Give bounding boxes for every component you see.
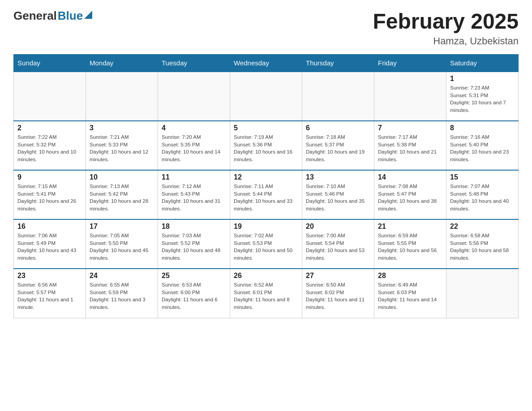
weekday-header-wednesday: Wednesday bbox=[230, 55, 302, 72]
day-number: 20 bbox=[306, 223, 370, 231]
calendar-cell: 5Sunrise: 7:19 AM Sunset: 5:36 PM Daylig… bbox=[230, 121, 302, 170]
day-number: 22 bbox=[450, 223, 515, 231]
calendar-cell: 6Sunrise: 7:18 AM Sunset: 5:37 PM Daylig… bbox=[302, 121, 374, 170]
day-number: 21 bbox=[378, 223, 442, 231]
weekday-header-monday: Monday bbox=[86, 55, 158, 72]
day-info: Sunrise: 7:16 AM Sunset: 5:40 PM Dayligh… bbox=[450, 133, 515, 163]
day-info: Sunrise: 7:07 AM Sunset: 5:48 PM Dayligh… bbox=[450, 183, 515, 213]
calendar-cell: 20Sunrise: 7:00 AM Sunset: 5:54 PM Dayli… bbox=[302, 219, 374, 269]
calendar-week-4: 16Sunrise: 7:06 AM Sunset: 5:49 PM Dayli… bbox=[14, 219, 519, 269]
day-number: 11 bbox=[162, 173, 226, 181]
day-info: Sunrise: 7:18 AM Sunset: 5:37 PM Dayligh… bbox=[306, 133, 370, 163]
calendar-cell: 14Sunrise: 7:08 AM Sunset: 5:47 PM Dayli… bbox=[374, 170, 446, 219]
calendar-cell: 22Sunrise: 6:58 AM Sunset: 5:56 PM Dayli… bbox=[446, 219, 519, 269]
calendar-cell: 19Sunrise: 7:02 AM Sunset: 5:53 PM Dayli… bbox=[230, 219, 302, 269]
calendar-week-2: 2Sunrise: 7:22 AM Sunset: 5:32 PM Daylig… bbox=[14, 121, 519, 170]
day-number: 26 bbox=[234, 272, 298, 280]
day-info: Sunrise: 6:58 AM Sunset: 5:56 PM Dayligh… bbox=[450, 232, 515, 262]
day-info: Sunrise: 7:10 AM Sunset: 5:46 PM Dayligh… bbox=[306, 183, 370, 213]
logo-blue-section: Blue bbox=[58, 9, 92, 23]
calendar-cell: 13Sunrise: 7:10 AM Sunset: 5:46 PM Dayli… bbox=[302, 170, 374, 219]
weekday-header-friday: Friday bbox=[374, 55, 446, 72]
day-info: Sunrise: 7:05 AM Sunset: 5:50 PM Dayligh… bbox=[90, 232, 154, 262]
calendar-cell: 26Sunrise: 6:52 AM Sunset: 6:01 PM Dayli… bbox=[230, 269, 302, 318]
calendar-cell: 15Sunrise: 7:07 AM Sunset: 5:48 PM Dayli… bbox=[446, 170, 519, 219]
day-info: Sunrise: 7:17 AM Sunset: 5:38 PM Dayligh… bbox=[378, 133, 442, 163]
day-info: Sunrise: 7:20 AM Sunset: 5:35 PM Dayligh… bbox=[162, 133, 226, 163]
day-info: Sunrise: 7:13 AM Sunset: 5:42 PM Dayligh… bbox=[90, 183, 154, 213]
day-info: Sunrise: 6:55 AM Sunset: 5:59 PM Dayligh… bbox=[90, 281, 154, 311]
calendar-cell: 10Sunrise: 7:13 AM Sunset: 5:42 PM Dayli… bbox=[86, 170, 158, 219]
day-number: 23 bbox=[17, 272, 82, 280]
title-section: February 2025 Hamza, Uzbekistan bbox=[373, 9, 519, 47]
day-number: 5 bbox=[234, 124, 298, 132]
day-number: 10 bbox=[90, 173, 154, 181]
weekday-header-sunday: Sunday bbox=[14, 55, 86, 72]
day-info: Sunrise: 7:06 AM Sunset: 5:49 PM Dayligh… bbox=[17, 232, 82, 262]
day-number: 8 bbox=[450, 124, 515, 132]
logo: General Blue bbox=[13, 9, 92, 23]
calendar-cell: 7Sunrise: 7:17 AM Sunset: 5:38 PM Daylig… bbox=[374, 121, 446, 170]
day-info: Sunrise: 6:50 AM Sunset: 6:02 PM Dayligh… bbox=[306, 281, 370, 311]
day-info: Sunrise: 6:49 AM Sunset: 6:03 PM Dayligh… bbox=[378, 281, 442, 311]
day-info: Sunrise: 7:08 AM Sunset: 5:47 PM Dayligh… bbox=[378, 183, 442, 213]
day-info: Sunrise: 7:21 AM Sunset: 5:33 PM Dayligh… bbox=[90, 133, 154, 163]
weekday-header-tuesday: Tuesday bbox=[158, 55, 230, 72]
page-subtitle: Hamza, Uzbekistan bbox=[373, 35, 519, 47]
day-number: 16 bbox=[17, 223, 82, 231]
calendar-cell: 16Sunrise: 7:06 AM Sunset: 5:49 PM Dayli… bbox=[14, 219, 86, 269]
day-number: 13 bbox=[306, 173, 370, 181]
calendar-cell: 12Sunrise: 7:11 AM Sunset: 5:44 PM Dayli… bbox=[230, 170, 302, 219]
calendar-cell: 17Sunrise: 7:05 AM Sunset: 5:50 PM Dayli… bbox=[86, 219, 158, 269]
calendar-cell: 28Sunrise: 6:49 AM Sunset: 6:03 PM Dayli… bbox=[374, 269, 446, 318]
weekday-header-saturday: Saturday bbox=[446, 55, 519, 72]
day-info: Sunrise: 7:22 AM Sunset: 5:32 PM Dayligh… bbox=[17, 133, 82, 163]
day-number: 24 bbox=[90, 272, 154, 280]
day-info: Sunrise: 7:03 AM Sunset: 5:52 PM Dayligh… bbox=[162, 232, 226, 262]
calendar-cell: 23Sunrise: 6:56 AM Sunset: 5:57 PM Dayli… bbox=[14, 269, 86, 318]
page-title: February 2025 bbox=[373, 9, 519, 34]
weekday-header-thursday: Thursday bbox=[302, 55, 374, 72]
day-number: 14 bbox=[378, 173, 442, 181]
calendar-cell bbox=[230, 72, 302, 121]
calendar-cell bbox=[86, 72, 158, 121]
day-number: 7 bbox=[378, 124, 442, 132]
day-info: Sunrise: 7:23 AM Sunset: 5:31 PM Dayligh… bbox=[450, 84, 515, 114]
day-number: 27 bbox=[306, 272, 370, 280]
day-number: 1 bbox=[450, 75, 515, 83]
day-number: 15 bbox=[450, 173, 515, 181]
day-number: 28 bbox=[378, 272, 442, 280]
calendar-cell bbox=[14, 72, 86, 121]
calendar-cell: 18Sunrise: 7:03 AM Sunset: 5:52 PM Dayli… bbox=[158, 219, 230, 269]
day-info: Sunrise: 7:00 AM Sunset: 5:54 PM Dayligh… bbox=[306, 232, 370, 262]
day-info: Sunrise: 7:02 AM Sunset: 5:53 PM Dayligh… bbox=[234, 232, 298, 262]
day-info: Sunrise: 7:11 AM Sunset: 5:44 PM Dayligh… bbox=[234, 183, 298, 213]
calendar-cell: 24Sunrise: 6:55 AM Sunset: 5:59 PM Dayli… bbox=[86, 269, 158, 318]
calendar-cell: 25Sunrise: 6:53 AM Sunset: 6:00 PM Dayli… bbox=[158, 269, 230, 318]
calendar-cell bbox=[302, 72, 374, 121]
day-info: Sunrise: 6:56 AM Sunset: 5:57 PM Dayligh… bbox=[17, 281, 82, 311]
calendar-week-5: 23Sunrise: 6:56 AM Sunset: 5:57 PM Dayli… bbox=[14, 269, 519, 318]
calendar-cell: 1Sunrise: 7:23 AM Sunset: 5:31 PM Daylig… bbox=[446, 72, 519, 121]
logo-arrow-icon bbox=[84, 11, 92, 19]
day-number: 4 bbox=[162, 124, 226, 132]
svg-marker-0 bbox=[84, 11, 92, 19]
day-number: 6 bbox=[306, 124, 370, 132]
day-info: Sunrise: 7:12 AM Sunset: 5:43 PM Dayligh… bbox=[162, 183, 226, 213]
calendar-week-1: 1Sunrise: 7:23 AM Sunset: 5:31 PM Daylig… bbox=[14, 72, 519, 121]
calendar-cell: 11Sunrise: 7:12 AM Sunset: 5:43 PM Dayli… bbox=[158, 170, 230, 219]
calendar-cell: 9Sunrise: 7:15 AM Sunset: 5:41 PM Daylig… bbox=[14, 170, 86, 219]
day-info: Sunrise: 6:52 AM Sunset: 6:01 PM Dayligh… bbox=[234, 281, 298, 311]
day-number: 19 bbox=[234, 223, 298, 231]
calendar-cell: 21Sunrise: 6:59 AM Sunset: 5:55 PM Dayli… bbox=[374, 219, 446, 269]
calendar-cell: 27Sunrise: 6:50 AM Sunset: 6:02 PM Dayli… bbox=[302, 269, 374, 318]
calendar-cell bbox=[374, 72, 446, 121]
calendar-cell: 8Sunrise: 7:16 AM Sunset: 5:40 PM Daylig… bbox=[446, 121, 519, 170]
day-info: Sunrise: 7:19 AM Sunset: 5:36 PM Dayligh… bbox=[234, 133, 298, 163]
day-number: 17 bbox=[90, 223, 154, 231]
weekday-header-row: SundayMondayTuesdayWednesdayThursdayFrid… bbox=[14, 55, 519, 72]
page-header: General Blue February 2025 Hamza, Uzbeki… bbox=[13, 9, 519, 47]
day-info: Sunrise: 6:53 AM Sunset: 6:00 PM Dayligh… bbox=[162, 281, 226, 311]
day-number: 9 bbox=[17, 173, 82, 181]
calendar-cell bbox=[158, 72, 230, 121]
